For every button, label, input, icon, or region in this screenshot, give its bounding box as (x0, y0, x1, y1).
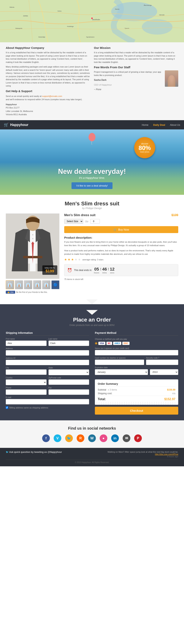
card-number-input[interactable] (95, 360, 144, 365)
last-name-input[interactable] (48, 340, 89, 346)
order-summary: Order Summary Subtotal x 3 items $156.99… (95, 380, 178, 405)
svg-point-16 (89, 133, 95, 141)
expiry-label: Expiration date (95, 366, 178, 369)
thumb-5[interactable]: 👔 (42, 280, 50, 289)
product-original-price: $109 (171, 214, 178, 217)
thumb-6[interactable]: 🔵 (51, 280, 60, 289)
first-name-input[interactable] (6, 340, 47, 346)
support-email[interactable]: support@envato.com (42, 95, 62, 97)
social-title: Find us in social networks (6, 426, 178, 430)
countdown-mins-label: mins (102, 272, 107, 274)
svg-text:Järfälla: Järfälla (23, 15, 28, 17)
billing-same-row: Billing address same as shipping address (6, 406, 89, 409)
countdown-mins: 46 (102, 267, 107, 272)
billing-same-checkbox[interactable] (6, 406, 8, 409)
vimeo-icon[interactable]: V (54, 434, 61, 442)
product-desc-text1: If you love flowers and you like to brin… (64, 240, 178, 247)
map-section: Stockholm Solna Huddinge Järfälla Nacka … (0, 0, 184, 42)
size-select[interactable]: Select Size SMLXL (64, 219, 83, 224)
rss-icon[interactable]: R (77, 434, 84, 442)
expiry-year-select[interactable]: 2013201420152016 (150, 369, 178, 375)
fax-input[interactable] (48, 390, 89, 395)
phone-label: Phone (6, 387, 47, 389)
footer-bottom: © 2013 Happyhour. All Rights Reserved. (6, 460, 178, 464)
dribbble-icon[interactable]: ● (100, 434, 107, 442)
card-number-group: Card number (no dashes or spaces) (95, 357, 144, 365)
nav-about-us[interactable]: About Us (170, 124, 180, 126)
footer-tweet-link[interactable]: http://dsc.one.com/#Pme (155, 453, 178, 455)
country-group: Country (6, 377, 47, 385)
thumb-2[interactable]: 👔 (15, 280, 23, 289)
state-select[interactable] (48, 370, 89, 375)
svg-text:Stockholm: Stockholm (92, 19, 100, 20)
billing-same-label: Billing address same as shipping address (9, 406, 48, 409)
stock-info: 75 items in stock left (64, 278, 178, 280)
like-button[interactable]: 👍 Like (6, 291, 15, 294)
words-text: Project management is a critical part of… (94, 70, 163, 77)
countdown-hours-group: 05 hours (94, 267, 99, 274)
order-section: Place an Order Order products from us an… (0, 304, 184, 420)
address-label: Address (6, 348, 89, 350)
phone-input[interactable] (6, 390, 47, 395)
buy-now-label: Buy Now (118, 228, 129, 231)
buy-now-button[interactable]: 🛒 Buy Now (64, 226, 178, 233)
twitter-icon[interactable]: 🐦 (65, 434, 73, 442)
product-details: Men's Slim dress suit $109 Select Size S… (64, 214, 178, 294)
svg-text:Huddinge: Huddinge (67, 26, 74, 27)
payment-radio[interactable] (95, 342, 97, 344)
thumb-3[interactable]: 👔 (24, 280, 32, 289)
card-name-group: Name (as it appears on your credit card) (95, 347, 178, 355)
about-company-col: About HappyHour Company It is a long est… (6, 46, 90, 116)
amex-card: AMEX (113, 342, 121, 345)
facebook-icon[interactable]: f (42, 434, 50, 442)
city-input[interactable] (6, 370, 47, 375)
zip-input[interactable] (48, 380, 89, 385)
mission-text: It is a long established fact that a rea… (94, 51, 178, 64)
support-title: Get Help & Support (6, 90, 90, 93)
footer-tweet-label: 🐦 Ask quick question by tweeting us @Hap… (6, 451, 92, 454)
address-input[interactable] (6, 350, 89, 356)
linkedin-icon[interactable]: in (111, 434, 119, 442)
svg-point-4 (91, 17, 93, 19)
hero-cta-button[interactable]: I'd like to see a deal already! (72, 182, 112, 189)
twitter-footer-icon: 🐦 (6, 451, 9, 454)
security-code-label: Security code ? (146, 357, 178, 359)
shipping-row: Shipping cost: n/a (98, 392, 175, 395)
clock-icon: ⏰ (67, 268, 72, 272)
thumb-4[interactable]: 👔 (33, 280, 41, 289)
copyright-text: © 2013 Happyhour. All Rights Reserved. (75, 461, 109, 464)
pinterest-icon[interactable]: P (134, 434, 142, 442)
discount-badge: discover 80% lower prices (134, 137, 155, 158)
card-name-input[interactable] (95, 350, 178, 355)
country-label: Country (6, 377, 47, 379)
fax-label: Fax (48, 387, 89, 389)
qty-input[interactable] (90, 219, 100, 224)
address2-input[interactable] (6, 360, 89, 365)
about-company-text2: Many desktop publishing packages and web… (6, 65, 90, 88)
countdown-secs-group: 12 secs (110, 267, 114, 274)
email-icon[interactable]: ✉ (123, 434, 130, 442)
checkout-button[interactable]: Checkout (95, 407, 178, 414)
subtotal-row: Subtotal x 3 items $156.99 (98, 388, 175, 391)
wordpress-icon[interactable]: W (88, 434, 96, 442)
staff-title: CEO of Happyhour (94, 83, 163, 86)
expiry-month-select[interactable]: JanuaryFebruaryMarchApril MayJuneJulyAug… (95, 369, 148, 375)
zip-label: ZipPostal code (48, 377, 89, 379)
country-select[interactable] (6, 380, 47, 385)
thumb-1[interactable]: 👔 (6, 280, 14, 289)
hero-section: discover 80% lower prices New deals ever… (0, 130, 184, 195)
product-desc-title: Product description: (64, 236, 178, 239)
nav-daily-deal[interactable]: Daily Deal (153, 124, 165, 126)
about-company-text1: It is a long established fact that a rea… (6, 51, 90, 64)
countdown-hours-label: hours (94, 272, 99, 274)
email-input[interactable] (6, 399, 89, 404)
last-name-label: Last name (48, 338, 89, 340)
discount-percent: 80% (139, 145, 151, 151)
security-code-input[interactable] (146, 360, 178, 365)
mission-title: Our Mission (94, 46, 178, 50)
last-name-group: Last name (48, 338, 89, 346)
social-section: Find us in social networks f V 🐦 R W ● i… (0, 420, 184, 448)
nav-home[interactable]: Home (142, 124, 149, 126)
star-4: ★ (75, 258, 77, 261)
order-title: Place an Order (6, 317, 178, 323)
